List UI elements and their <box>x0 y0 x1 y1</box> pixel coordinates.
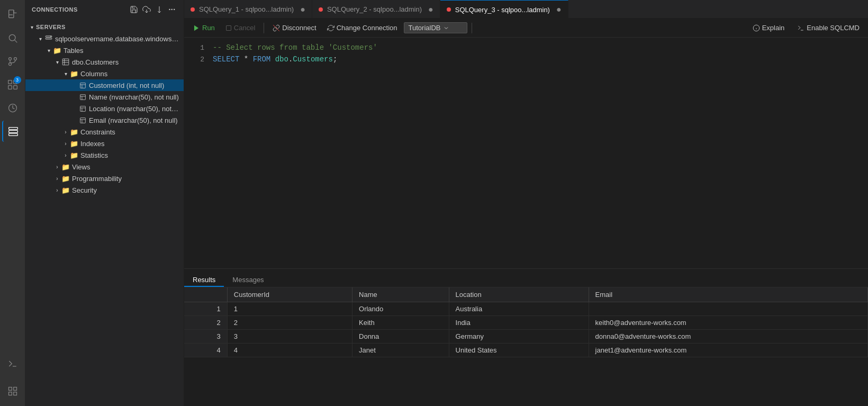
table-row: 4 4 Janet United States janet1@adventure… <box>184 344 868 357</box>
connections-title: CONNECTIONS <box>32 6 78 13</box>
sidebar: CONNECTIONS <box>25 0 184 406</box>
server-node[interactable]: sqlpoolservername.database.windows.net, … <box>25 33 184 44</box>
toolbar-sep2 <box>472 23 472 33</box>
constraints-folder-icon: 📁 <box>70 128 78 136</box>
security-folder-icon: 📁 <box>61 186 70 194</box>
history-icon[interactable] <box>2 97 23 119</box>
disconnect-icon <box>273 24 280 32</box>
db-dropdown-icon <box>443 25 449 31</box>
more-options-icon[interactable]: ··· <box>167 4 177 15</box>
editor-line-2: 2 SELECT * FROM dbo.Customers; <box>184 53 868 65</box>
server-icon <box>44 34 53 43</box>
table-row: 2 2 Keith India keith0@adventure-works.c… <box>184 316 868 330</box>
search-icon[interactable] <box>2 28 23 49</box>
column-name[interactable]: Name (nvarchar(50), not null) <box>25 91 184 103</box>
column-customerid[interactable]: CustomerId (int, not null) <box>25 79 184 91</box>
db-name: TutorialDB <box>409 24 441 32</box>
columns-arrow <box>61 69 70 78</box>
svg-rect-16 <box>8 387 12 391</box>
results-tab-label: Results <box>193 276 215 284</box>
security-group[interactable]: 📁 Security <box>25 184 184 196</box>
column-location[interactable]: Location (nvarchar(50), not null) <box>25 103 184 114</box>
svg-rect-10 <box>13 86 17 89</box>
tab-sqlquery2[interactable]: SQLQuery_2 - sqlpoo...ladmin) ● <box>312 0 440 19</box>
views-group[interactable]: 📁 Views <box>25 161 184 173</box>
terminal-icon[interactable] <box>2 353 23 374</box>
files-icon[interactable] <box>2 4 23 25</box>
table-customers[interactable]: dbo.Customers <box>25 56 184 68</box>
import-icon[interactable] <box>141 4 152 15</box>
toolbar-right: Explain Enable SQLCMD <box>748 22 864 33</box>
constraints-group[interactable]: 📁 Constraints <box>25 126 184 138</box>
prog-arrow <box>53 174 61 183</box>
results-panel: Results Messages CustomerId Name Locatio… <box>184 268 868 406</box>
tab-sqlquery3[interactable]: SQLQuery_3 - sqlpoo...ladmin) ● <box>440 0 568 19</box>
svg-point-4 <box>8 58 11 60</box>
tab2-close[interactable]: ● <box>428 5 433 14</box>
export-icon[interactable] <box>154 4 165 15</box>
select-star: * <box>244 55 253 64</box>
tab1-close[interactable]: ● <box>300 5 305 14</box>
tab-sqlquery1[interactable]: SQLQuery_1 - sqlpoo...ladmin) ● <box>184 0 312 19</box>
table-name: dbo.Customers <box>72 58 119 66</box>
svg-rect-17 <box>13 387 16 391</box>
columns-label: Columns <box>80 70 107 78</box>
prog-folder-icon: 📁 <box>61 174 70 183</box>
row-3-customerid: 4 <box>227 344 352 357</box>
statistics-label: Statistics <box>80 151 108 159</box>
boxes-icon[interactable] <box>2 381 23 402</box>
connections-icon[interactable] <box>2 121 23 142</box>
programmability-group[interactable]: 📁 Programmability <box>25 173 184 184</box>
servers-group[interactable]: SERVERS <box>25 21 184 33</box>
security-label: Security <box>72 186 97 194</box>
database-selector[interactable]: TutorialDB <box>404 22 467 33</box>
row-0-email <box>589 302 867 316</box>
row-2-customerid: 3 <box>227 330 352 344</box>
indexes-group[interactable]: 📁 Indexes <box>25 138 184 149</box>
change-connection-button[interactable]: Change Connection <box>323 22 402 33</box>
extensions-icon[interactable]: 3 <box>2 74 23 95</box>
tab3-close[interactable]: ● <box>556 5 562 14</box>
line-num-1: 1 <box>188 44 204 52</box>
cancel-label: Cancel <box>234 24 255 32</box>
save-server-icon[interactable] <box>129 4 139 15</box>
line-num-2: 2 <box>188 56 204 64</box>
results-tab[interactable]: Results <box>184 273 224 287</box>
main-area: SQLQuery_1 - sqlpoo...ladmin) ● SQLQuery… <box>184 0 868 406</box>
sql-editor[interactable]: 1 -- Select rows from table 'Customers' … <box>184 38 868 268</box>
messages-tab[interactable]: Messages <box>224 273 272 287</box>
row-0-location: Australia <box>449 302 589 316</box>
results-tab-bar: Results Messages <box>184 269 868 287</box>
svg-rect-32 <box>80 94 85 100</box>
svg-rect-12 <box>8 128 17 130</box>
column-email[interactable]: Email (nvarchar(50), not null) <box>25 114 184 126</box>
cancel-button[interactable]: Cancel <box>221 22 259 33</box>
statistics-group[interactable]: 📁 Statistics <box>25 149 184 161</box>
row-num-0: 1 <box>184 302 227 316</box>
explain-button[interactable]: Explain <box>748 22 789 33</box>
enable-sqlcmd-button[interactable]: Enable SQLCMD <box>793 22 864 33</box>
columns-group[interactable]: 📁 Columns <box>25 68 184 79</box>
select-kw: SELECT <box>213 55 239 64</box>
statistics-arrow <box>61 151 70 159</box>
run-icon <box>193 24 200 32</box>
line1-comment: -- Select rows from table 'Customers' <box>213 43 377 52</box>
svg-rect-14 <box>8 133 17 136</box>
results-content: CustomerId Name Location Email 1 1 Orlan… <box>184 287 868 406</box>
svg-point-6 <box>8 63 11 66</box>
statistics-folder-icon: 📁 <box>70 151 78 159</box>
svg-rect-9 <box>8 86 12 89</box>
constraints-arrow <box>61 128 70 136</box>
svg-rect-18 <box>8 392 12 395</box>
editor-line-1: 1 -- Select rows from table 'Customers' <box>184 42 868 53</box>
svg-rect-13 <box>8 130 17 132</box>
row-3-name: Janet <box>352 344 449 357</box>
run-button[interactable]: Run <box>188 22 219 33</box>
tables-group[interactable]: 📁 Tables <box>25 44 184 56</box>
source-control-icon[interactable] <box>2 51 23 72</box>
views-folder-icon: 📁 <box>61 163 70 171</box>
run-label: Run <box>202 24 215 32</box>
disconnect-button[interactable]: Disconnect <box>268 22 320 33</box>
svg-rect-42 <box>226 25 231 30</box>
column-0-label: CustomerId (int, not null) <box>89 82 164 89</box>
